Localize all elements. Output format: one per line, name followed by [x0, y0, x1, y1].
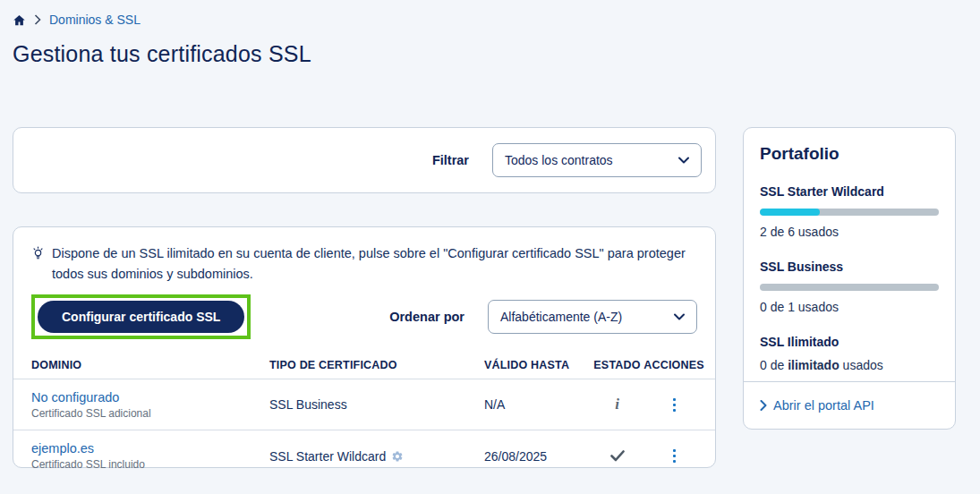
- notice-text: Dispone de un SSL ilimitado en su cuenta…: [52, 243, 697, 285]
- domain-subtitle: Certificado SSL adicional: [31, 407, 269, 420]
- breadcrumb: Dominios & SSL: [13, 13, 141, 27]
- certificates-table: DOMINIO TIPO DE CERTIFICADO VÁLIDO HASTA…: [31, 352, 697, 481]
- configure-ssl-button[interactable]: Configurar certificado SSL: [38, 301, 244, 333]
- domain-subtitle: Certificado SSL incluido: [31, 458, 269, 471]
- kebab-menu-icon[interactable]: [669, 446, 679, 466]
- portfolio-item: SSL Starter Wildcard 2 de 6 usados: [760, 184, 939, 239]
- portfolio-usage: 2 de 6 usados: [760, 225, 939, 239]
- sort-select-value: Alfabéticamente (A-Z): [500, 310, 622, 324]
- progress-bar: [760, 284, 939, 291]
- chevron-down-icon: [678, 157, 689, 164]
- progress-bar: [760, 209, 939, 216]
- open-api-portal-link[interactable]: Abrir el portal API: [760, 398, 874, 413]
- kebab-menu-icon[interactable]: [669, 395, 679, 415]
- portfolio-card: Portafolio SSL Starter Wildcard 2 de 6 u…: [743, 127, 956, 430]
- page-title: Gestiona tus certificados SSL: [13, 41, 311, 67]
- column-header-tipo: TIPO DE CERTIFICADO: [269, 359, 484, 371]
- info-icon[interactable]: i: [615, 396, 619, 413]
- column-header-acciones: ACCIONES: [643, 359, 704, 371]
- portfolio-item: SSL Business 0 de 1 usados: [760, 260, 939, 314]
- portfolio-item-name: SSL Starter Wildcard: [760, 184, 939, 199]
- chevron-right-icon: [760, 400, 767, 411]
- table-row: No configurado Certificado SSL adicional…: [13, 379, 715, 430]
- filter-label: Filtrar: [432, 153, 469, 167]
- valid-until: N/A: [484, 397, 585, 412]
- certificate-type: SSL Business: [269, 397, 484, 412]
- ssl-certificates-card: Dispone de un SSL ilimitado en su cuenta…: [13, 226, 716, 468]
- contract-filter-value: Todos los contratos: [505, 153, 613, 167]
- column-header-valido: VÁLIDO HASTA: [484, 359, 585, 371]
- valid-until: 26/08/2025: [484, 449, 585, 464]
- chevron-down-icon: [674, 313, 685, 320]
- action-highlight-box: Configurar certificado SSL: [31, 294, 251, 339]
- portfolio-item: SSL Ilimitado 0 de ilimitado usados: [760, 335, 939, 372]
- progress-fill: [760, 209, 820, 216]
- domain-link[interactable]: No configurado: [31, 390, 269, 405]
- portfolio-usage: 0 de 1 usados: [760, 300, 939, 314]
- certificate-type: SSL Starter Wildcard: [269, 449, 386, 464]
- column-header-dominio: DOMINIO: [31, 359, 269, 371]
- chevron-right-icon: [34, 14, 41, 25]
- portfolio-item-name: SSL Business: [760, 260, 939, 274]
- filter-card: Filtrar Todos los contratos: [13, 127, 716, 193]
- gear-icon[interactable]: [391, 450, 404, 463]
- lightbulb-icon: [31, 243, 45, 285]
- table-header-row: DOMINIO TIPO DE CERTIFICADO VÁLIDO HASTA…: [13, 352, 715, 379]
- home-icon[interactable]: [13, 13, 26, 27]
- breadcrumb-item-dominios-ssl[interactable]: Dominios & SSL: [49, 13, 141, 27]
- portfolio-footer: Abrir el portal API: [744, 381, 955, 429]
- table-row: ejemplo.es Certificado SSL incluido SSL …: [13, 430, 715, 481]
- notice: Dispone de un SSL ilimitado en su cuenta…: [31, 243, 697, 285]
- domain-link[interactable]: ejemplo.es: [31, 441, 269, 456]
- sort-label: Ordenar por: [389, 310, 464, 324]
- contract-filter-select[interactable]: Todos los contratos: [492, 143, 702, 177]
- column-header-estado: ESTADO: [593, 359, 640, 371]
- check-icon: [610, 450, 625, 462]
- sort-select[interactable]: Alfabéticamente (A-Z): [488, 300, 697, 334]
- portfolio-usage: 0 de ilimitado usados: [760, 358, 939, 372]
- portfolio-title: Portafolio: [760, 144, 939, 164]
- portfolio-item-name: SSL Ilimitado: [760, 335, 939, 349]
